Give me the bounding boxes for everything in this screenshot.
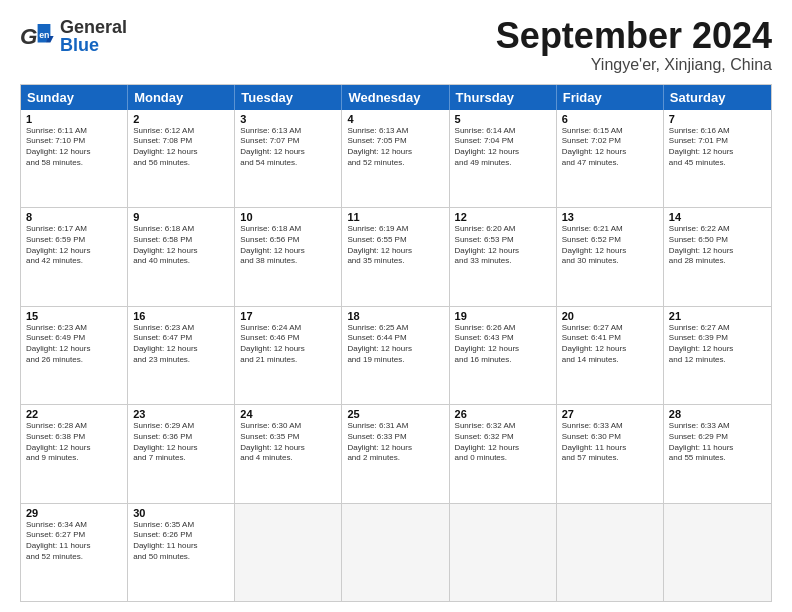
day-cell-6: 6Sunrise: 6:15 AMSunset: 7:02 PMDaylight… <box>557 110 664 207</box>
day-number: 27 <box>562 408 658 420</box>
day-cell-11: 11Sunrise: 6:19 AMSunset: 6:55 PMDayligh… <box>342 208 449 305</box>
day-cell-15: 15Sunrise: 6:23 AMSunset: 6:49 PMDayligh… <box>21 307 128 404</box>
day-cell-3: 3Sunrise: 6:13 AMSunset: 7:07 PMDaylight… <box>235 110 342 207</box>
day-cell-26: 26Sunrise: 6:32 AMSunset: 6:32 PMDayligh… <box>450 405 557 502</box>
day-number: 12 <box>455 211 551 223</box>
day-cell-20: 20Sunrise: 6:27 AMSunset: 6:41 PMDayligh… <box>557 307 664 404</box>
cell-text: Sunrise: 6:35 AMSunset: 6:26 PMDaylight:… <box>133 520 229 563</box>
day-cell-10: 10Sunrise: 6:18 AMSunset: 6:56 PMDayligh… <box>235 208 342 305</box>
day-number: 7 <box>669 113 766 125</box>
title-block: September 2024 Yingye'er, Xinjiang, Chin… <box>496 16 772 74</box>
day-number: 14 <box>669 211 766 223</box>
day-cell-22: 22Sunrise: 6:28 AMSunset: 6:38 PMDayligh… <box>21 405 128 502</box>
page: G en General Blue September 2024 Yingye'… <box>0 0 792 612</box>
day-cell-8: 8Sunrise: 6:17 AMSunset: 6:59 PMDaylight… <box>21 208 128 305</box>
cell-text: Sunrise: 6:34 AMSunset: 6:27 PMDaylight:… <box>26 520 122 563</box>
day-number: 2 <box>133 113 229 125</box>
header: G en General Blue September 2024 Yingye'… <box>20 16 772 74</box>
cell-text: Sunrise: 6:22 AMSunset: 6:50 PMDaylight:… <box>669 224 766 267</box>
svg-text:G: G <box>20 24 37 49</box>
day-number: 28 <box>669 408 766 420</box>
day-number: 15 <box>26 310 122 322</box>
calendar-row-1: 8Sunrise: 6:17 AMSunset: 6:59 PMDaylight… <box>21 208 771 306</box>
day-cell-4: 4Sunrise: 6:13 AMSunset: 7:05 PMDaylight… <box>342 110 449 207</box>
header-cell-saturday: Saturday <box>664 85 771 110</box>
calendar-row-2: 15Sunrise: 6:23 AMSunset: 6:49 PMDayligh… <box>21 307 771 405</box>
cell-text: Sunrise: 6:15 AMSunset: 7:02 PMDaylight:… <box>562 126 658 169</box>
day-cell-27: 27Sunrise: 6:33 AMSunset: 6:30 PMDayligh… <box>557 405 664 502</box>
empty-cell <box>450 504 557 601</box>
day-number: 8 <box>26 211 122 223</box>
day-number: 1 <box>26 113 122 125</box>
cell-text: Sunrise: 6:30 AMSunset: 6:35 PMDaylight:… <box>240 421 336 464</box>
logo-icon: G en <box>20 16 60 56</box>
day-cell-18: 18Sunrise: 6:25 AMSunset: 6:44 PMDayligh… <box>342 307 449 404</box>
day-number: 9 <box>133 211 229 223</box>
day-cell-2: 2Sunrise: 6:12 AMSunset: 7:08 PMDaylight… <box>128 110 235 207</box>
day-number: 21 <box>669 310 766 322</box>
cell-text: Sunrise: 6:11 AMSunset: 7:10 PMDaylight:… <box>26 126 122 169</box>
day-number: 24 <box>240 408 336 420</box>
cell-text: Sunrise: 6:19 AMSunset: 6:55 PMDaylight:… <box>347 224 443 267</box>
day-number: 11 <box>347 211 443 223</box>
day-cell-21: 21Sunrise: 6:27 AMSunset: 6:39 PMDayligh… <box>664 307 771 404</box>
day-number: 29 <box>26 507 122 519</box>
calendar-row-3: 22Sunrise: 6:28 AMSunset: 6:38 PMDayligh… <box>21 405 771 503</box>
calendar: SundayMondayTuesdayWednesdayThursdayFrid… <box>20 84 772 602</box>
cell-text: Sunrise: 6:24 AMSunset: 6:46 PMDaylight:… <box>240 323 336 366</box>
day-cell-7: 7Sunrise: 6:16 AMSunset: 7:01 PMDaylight… <box>664 110 771 207</box>
day-cell-5: 5Sunrise: 6:14 AMSunset: 7:04 PMDaylight… <box>450 110 557 207</box>
cell-text: Sunrise: 6:33 AMSunset: 6:29 PMDaylight:… <box>669 421 766 464</box>
header-cell-friday: Friday <box>557 85 664 110</box>
day-number: 3 <box>240 113 336 125</box>
header-cell-sunday: Sunday <box>21 85 128 110</box>
location: Yingye'er, Xinjiang, China <box>496 56 772 74</box>
cell-text: Sunrise: 6:20 AMSunset: 6:53 PMDaylight:… <box>455 224 551 267</box>
day-number: 10 <box>240 211 336 223</box>
cell-text: Sunrise: 6:13 AMSunset: 7:07 PMDaylight:… <box>240 126 336 169</box>
cell-text: Sunrise: 6:27 AMSunset: 6:41 PMDaylight:… <box>562 323 658 366</box>
day-number: 20 <box>562 310 658 322</box>
cell-text: Sunrise: 6:25 AMSunset: 6:44 PMDaylight:… <box>347 323 443 366</box>
logo: G en General Blue <box>20 16 127 56</box>
empty-cell <box>235 504 342 601</box>
cell-text: Sunrise: 6:18 AMSunset: 6:56 PMDaylight:… <box>240 224 336 267</box>
cell-text: Sunrise: 6:12 AMSunset: 7:08 PMDaylight:… <box>133 126 229 169</box>
calendar-row-0: 1Sunrise: 6:11 AMSunset: 7:10 PMDaylight… <box>21 110 771 208</box>
day-number: 19 <box>455 310 551 322</box>
day-cell-30: 30Sunrise: 6:35 AMSunset: 6:26 PMDayligh… <box>128 504 235 601</box>
day-cell-29: 29Sunrise: 6:34 AMSunset: 6:27 PMDayligh… <box>21 504 128 601</box>
day-cell-16: 16Sunrise: 6:23 AMSunset: 6:47 PMDayligh… <box>128 307 235 404</box>
month-title: September 2024 <box>496 16 772 56</box>
cell-text: Sunrise: 6:31 AMSunset: 6:33 PMDaylight:… <box>347 421 443 464</box>
cell-text: Sunrise: 6:29 AMSunset: 6:36 PMDaylight:… <box>133 421 229 464</box>
day-cell-14: 14Sunrise: 6:22 AMSunset: 6:50 PMDayligh… <box>664 208 771 305</box>
cell-text: Sunrise: 6:16 AMSunset: 7:01 PMDaylight:… <box>669 126 766 169</box>
cell-text: Sunrise: 6:14 AMSunset: 7:04 PMDaylight:… <box>455 126 551 169</box>
day-number: 26 <box>455 408 551 420</box>
day-cell-23: 23Sunrise: 6:29 AMSunset: 6:36 PMDayligh… <box>128 405 235 502</box>
day-cell-24: 24Sunrise: 6:30 AMSunset: 6:35 PMDayligh… <box>235 405 342 502</box>
day-number: 22 <box>26 408 122 420</box>
day-number: 16 <box>133 310 229 322</box>
empty-cell <box>664 504 771 601</box>
day-number: 23 <box>133 408 229 420</box>
day-cell-17: 17Sunrise: 6:24 AMSunset: 6:46 PMDayligh… <box>235 307 342 404</box>
svg-text:en: en <box>39 30 49 40</box>
empty-cell <box>342 504 449 601</box>
header-cell-thursday: Thursday <box>450 85 557 110</box>
day-cell-12: 12Sunrise: 6:20 AMSunset: 6:53 PMDayligh… <box>450 208 557 305</box>
cell-text: Sunrise: 6:13 AMSunset: 7:05 PMDaylight:… <box>347 126 443 169</box>
day-number: 4 <box>347 113 443 125</box>
cell-text: Sunrise: 6:33 AMSunset: 6:30 PMDaylight:… <box>562 421 658 464</box>
header-cell-monday: Monday <box>128 85 235 110</box>
calendar-body: 1Sunrise: 6:11 AMSunset: 7:10 PMDaylight… <box>21 110 771 601</box>
day-number: 25 <box>347 408 443 420</box>
logo-name: General Blue <box>60 18 127 54</box>
day-cell-13: 13Sunrise: 6:21 AMSunset: 6:52 PMDayligh… <box>557 208 664 305</box>
day-number: 13 <box>562 211 658 223</box>
cell-text: Sunrise: 6:32 AMSunset: 6:32 PMDaylight:… <box>455 421 551 464</box>
cell-text: Sunrise: 6:23 AMSunset: 6:49 PMDaylight:… <box>26 323 122 366</box>
day-cell-9: 9Sunrise: 6:18 AMSunset: 6:58 PMDaylight… <box>128 208 235 305</box>
calendar-row-4: 29Sunrise: 6:34 AMSunset: 6:27 PMDayligh… <box>21 504 771 601</box>
